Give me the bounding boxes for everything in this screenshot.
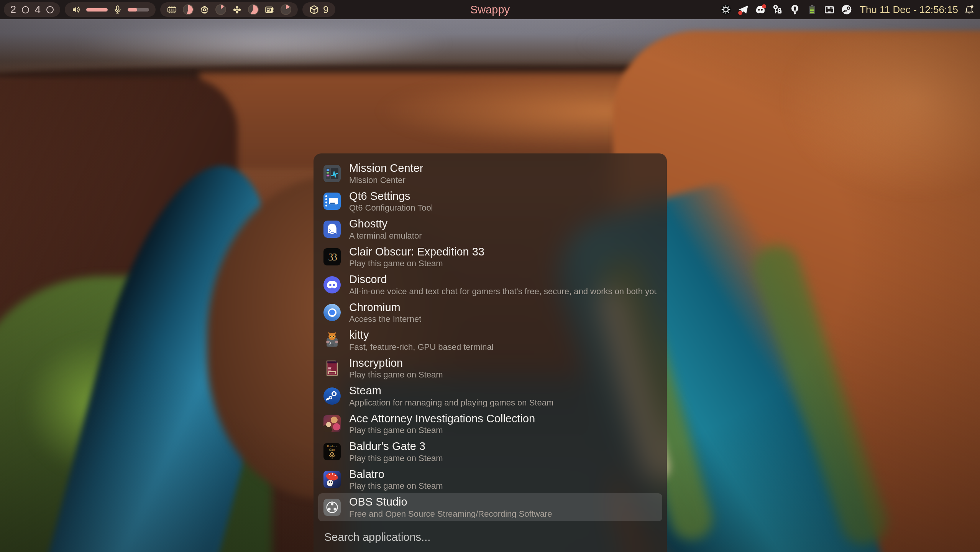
app-description: Play this game on Steam <box>349 426 535 435</box>
app-title: OBS Studio <box>349 496 552 508</box>
workspace-empty-icon[interactable] <box>46 6 54 13</box>
workspace-empty-icon[interactable] <box>22 6 29 13</box>
mic-slider-fill <box>128 8 137 12</box>
cpu-usage-pie <box>215 4 226 15</box>
app-title: kitty <box>349 329 494 341</box>
search-row <box>318 531 662 544</box>
volume-slider-fill <box>86 8 108 12</box>
launcher-item-inscryption[interactable]: InscryptionPlay this game on Steam <box>318 354 662 382</box>
launcher-item-obs-studio[interactable]: OBS StudioFree and Open Source Streaming… <box>318 493 662 521</box>
app-description: Application for managing and playing gam… <box>349 398 553 407</box>
cpu-icon <box>199 5 210 15</box>
app-description: Access the Internet <box>349 315 421 324</box>
app-description: Play this game on Steam <box>349 481 443 491</box>
app-title: Ace Attorney Investigations Collection <box>349 413 535 425</box>
launcher-item-mission-center[interactable]: Mission CenterMission Center <box>318 160 662 188</box>
gpu-fan-icon <box>232 5 242 15</box>
waybar: 2 4 <box>0 0 980 19</box>
obs-studio-icon <box>323 499 341 516</box>
baldurs-gate-3-icon: Baldur'sGate <box>323 443 341 460</box>
audio-module <box>65 2 156 17</box>
gpu-card-icon <box>264 5 275 15</box>
svg-text:Gate: Gate <box>329 448 335 451</box>
updates-count: 9 <box>323 4 328 16</box>
qt6-settings-icon <box>323 193 341 210</box>
notification-bell-icon[interactable] <box>964 4 975 15</box>
ace-attorney-icon <box>323 415 341 432</box>
app-title: Ghostty <box>349 218 422 230</box>
steam-tray-icon[interactable] <box>841 4 852 15</box>
app-description: Mission Center <box>349 176 423 185</box>
app-title: Discord <box>349 274 657 285</box>
package-icon <box>309 5 319 15</box>
discord-icon <box>323 276 341 293</box>
inscryption-icon <box>323 359 341 377</box>
launcher-item-clair-obscur[interactable]: 33 Clair Obscur: Expedition 33Play this … <box>318 243 662 271</box>
app-title: Balatro <box>349 468 443 480</box>
app-description: A terminal emulator <box>349 231 422 241</box>
app-description: Play this game on Steam <box>349 454 443 463</box>
app-description: Qt6 Configuration Tool <box>349 203 433 213</box>
gpu-usage-pie <box>248 4 259 15</box>
svg-text:33: 33 <box>328 251 337 263</box>
keepassxc-tray-icon[interactable] <box>772 4 783 15</box>
launcher-item-ace-attorney[interactable]: Ace Attorney Investigations CollectionPl… <box>318 410 662 438</box>
volume-slider[interactable] <box>86 8 108 12</box>
app-title: Qt6 Settings <box>349 190 433 202</box>
focused-window-title: Swappy <box>470 0 510 19</box>
search-input[interactable] <box>324 531 656 544</box>
launcher-item-qt6-settings[interactable]: Qt6 SettingsQt6 Configuration Tool <box>318 188 662 216</box>
svg-text:❯_: ❯_ <box>329 340 334 345</box>
system-stats-module <box>160 2 298 17</box>
app-title: Steam <box>349 385 553 397</box>
clair-obscur-icon: 33 <box>323 248 341 265</box>
disk-usage-pie <box>281 4 291 15</box>
workspace-item[interactable]: 2 <box>10 5 16 15</box>
app-description: Play this game on Steam <box>349 370 443 379</box>
telegram-tray-icon[interactable] <box>737 4 749 15</box>
launcher-item-chromium[interactable]: ChromiumAccess the Internet <box>318 299 662 327</box>
app-description: Fast, feature-rich, GPU based terminal <box>349 343 494 352</box>
launcher-item-baldurs-gate-3[interactable]: Baldur'sGate Baldur's Gate 3Play this ga… <box>318 438 662 466</box>
kitty-icon: ❯_ <box>323 332 341 349</box>
app-description: Free and Open Source Streaming/Recording… <box>349 509 552 519</box>
app-description: Play this game on Steam <box>349 259 484 268</box>
svg-text:Baldur's: Baldur's <box>327 445 338 448</box>
svg-text:❯_: ❯_ <box>328 227 334 232</box>
steelseries-tray-icon[interactable] <box>720 4 732 15</box>
app-title: Inscryption <box>349 357 443 369</box>
launcher-item-kitty[interactable]: ❯_ kittyFast, feature-rich, GPU based te… <box>318 326 662 354</box>
bar-left-modules: 2 4 <box>4 2 335 17</box>
app-description: All-in-one voice and text chat for gamer… <box>349 287 657 296</box>
mission-center-icon <box>323 165 341 182</box>
steam-icon <box>323 387 341 405</box>
microphone-icon <box>113 5 123 15</box>
app-title: Baldur's Gate 3 <box>349 440 443 452</box>
mic-slider[interactable] <box>128 8 149 12</box>
ram-icon <box>167 5 177 15</box>
app-title: Clair Obscur: Expedition 33 <box>349 246 484 258</box>
discord-tray-icon[interactable] <box>755 4 766 15</box>
battery-tray-icon[interactable] <box>806 4 818 15</box>
keyhole-tray-icon[interactable] <box>789 4 801 15</box>
workspaces-module: 2 4 <box>4 2 60 17</box>
workspace-item[interactable]: 4 <box>35 5 41 15</box>
bar-right-modules: Thu 11 Dec - 12:56:15 <box>720 4 980 16</box>
ram-usage-pie <box>183 4 194 15</box>
chromium-icon <box>323 304 341 321</box>
speaker-icon <box>71 5 81 15</box>
app-launcher: Mission CenterMission Center Qt6 Setting… <box>314 153 667 552</box>
launcher-item-steam[interactable]: SteamApplication for managing and playin… <box>318 382 662 410</box>
launcher-item-balatro[interactable]: BalatroPlay this game on Steam <box>318 466 662 494</box>
app-title: Chromium <box>349 302 421 313</box>
clock[interactable]: Thu 11 Dec - 12:56:15 <box>860 4 958 16</box>
app-title: Mission Center <box>349 162 423 174</box>
launcher-item-discord[interactable]: DiscordAll-in-one voice and text chat fo… <box>318 271 662 299</box>
ghostty-icon: ❯_ <box>323 221 341 238</box>
balatro-icon <box>323 471 341 488</box>
launcher-item-ghostty[interactable]: ❯_ GhosttyA terminal emulator <box>318 215 662 243</box>
app-list: Mission CenterMission Center Qt6 Setting… <box>318 160 662 521</box>
ethernet-tray-icon[interactable] <box>824 4 835 15</box>
updates-module[interactable]: 9 <box>302 2 335 17</box>
